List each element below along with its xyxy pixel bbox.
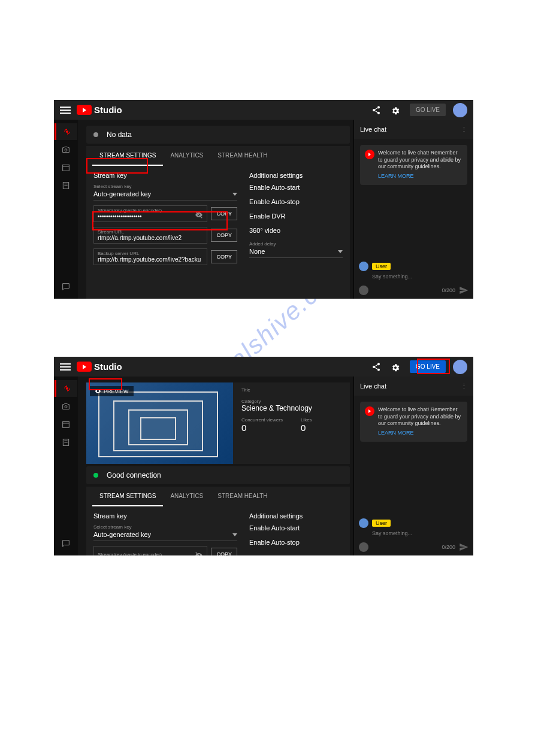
stream-key-select[interactable]: Auto-generated key (93, 531, 237, 541)
tab-stream-settings[interactable]: STREAM SETTINGS (92, 146, 163, 166)
chevron-down-icon (232, 533, 237, 536)
go-live-button[interactable]: GO LIVE (410, 360, 446, 373)
sidebar-feedback-icon[interactable] (55, 535, 77, 552)
meta-viewers-label: Concurrent viewers (241, 417, 283, 423)
copy-backup-button[interactable]: COPY (211, 250, 237, 263)
chat-footer: 0/200 (354, 540, 473, 555)
go-live-button[interactable]: GO LIVE (410, 104, 446, 116)
stream-key-select-value: Auto-generated key (93, 531, 151, 538)
sidebar-camera-icon[interactable] (55, 398, 77, 415)
sidebar-stream-icon[interactable] (55, 123, 77, 140)
chat-input[interactable]: Say something... (372, 530, 468, 536)
avatar[interactable] (453, 103, 467, 117)
chat-more-icon[interactable]: ⋮ (461, 382, 467, 390)
chat-username: User (372, 520, 391, 527)
stream-url-label: Stream URL (98, 229, 203, 235)
meta-likes-value: 0 (301, 423, 312, 433)
tabs: STREAM SETTINGS ANALYTICS STREAM HEALTH (86, 487, 350, 506)
chat-welcome: Welcome to live chat! Remember to guard … (360, 145, 467, 185)
youtube-logo[interactable] (77, 362, 92, 372)
share-icon[interactable] (371, 105, 381, 115)
stream-key-title: Stream key (93, 512, 237, 520)
avatar[interactable] (453, 360, 467, 374)
setting-360[interactable]: 360° video (249, 227, 343, 234)
sidebar-stream-icon[interactable] (55, 380, 77, 397)
tab-analytics[interactable]: ANALYTICS (163, 146, 210, 166)
svg-rect-2 (63, 165, 69, 171)
stream-key-input[interactable]: Stream key (paste in encoder) ••••••••••… (93, 205, 207, 222)
setting-autostart[interactable]: Enable Auto-start (249, 184, 343, 191)
setting-autostop[interactable]: Enable Auto-stop (249, 539, 343, 546)
copy-key-button[interactable]: COPY (211, 548, 237, 555)
gear-icon[interactable] (391, 362, 400, 372)
chat-column: Live chat ⋮ Welcome to live chat! Rememb… (353, 120, 473, 299)
status-bar: Good connection (86, 466, 350, 484)
youtube-logo[interactable] (77, 105, 92, 115)
setting-autostop[interactable]: Enable Auto-stop (249, 198, 343, 205)
stream-key-input[interactable]: Stream key (paste in encoder) (93, 546, 207, 555)
sidebar-manage-icon[interactable] (55, 177, 77, 194)
visibility-off-icon[interactable] (195, 211, 203, 219)
svg-point-1 (65, 149, 67, 151)
preview-area: PREVIEW Title Category Science & Technol… (86, 382, 350, 464)
chat-column: Live chat ⋮ Welcome to live chat! Rememb… (353, 377, 473, 555)
stream-url-input[interactable]: Stream URL rtmp://a.rtmp.youtube.com/liv… (93, 227, 207, 244)
sidebar-feedback-icon[interactable] (55, 278, 77, 295)
setting-autostart[interactable]: Enable Auto-start (249, 524, 343, 532)
chat-header: Live chat ⋮ (354, 377, 473, 396)
sidebar-calendar-icon[interactable] (55, 159, 77, 176)
chat-header: Live chat ⋮ (354, 120, 473, 139)
settings-panel: Stream key Select stream key Auto-genera… (86, 166, 350, 299)
select-stream-label: Select stream key (93, 184, 237, 189)
learn-more-link[interactable]: LEARN MORE (378, 173, 463, 180)
setting-dvr[interactable]: Enable DVR (249, 212, 343, 220)
settings-panel: Stream key Select stream key Auto-genera… (86, 506, 350, 555)
meta-category-value: Science & Technology (241, 404, 312, 412)
svg-point-4 (66, 387, 68, 390)
tab-stream-settings[interactable]: STREAM SETTINGS (92, 487, 163, 506)
menu-icon[interactable] (60, 107, 71, 114)
screenshot-2: Studio GO LIVE PREVIEW (54, 357, 473, 555)
stream-key-value: ••••••••••••••••••••• (98, 213, 203, 220)
emoji-icon[interactable] (359, 542, 368, 552)
stream-key-select[interactable]: Auto-generated key (93, 190, 237, 201)
gear-icon[interactable] (391, 105, 400, 115)
learn-more-link[interactable]: LEARN MORE (378, 430, 463, 437)
select-stream-label: Select stream key (93, 524, 237, 530)
backup-url-input[interactable]: Backup server URL rtmp://b.rtmp.youtube.… (93, 248, 207, 265)
chat-welcome: Welcome to live chat! Remember to guard … (360, 402, 467, 442)
sidebar-camera-icon[interactable] (55, 141, 77, 158)
copy-key-button[interactable]: COPY (211, 207, 237, 220)
delay-label: Added delay (249, 241, 343, 247)
tab-stream-health[interactable]: STREAM HEALTH (210, 487, 274, 506)
svg-point-0 (66, 130, 68, 133)
tab-analytics[interactable]: ANALYTICS (163, 487, 210, 506)
main-column: No data STREAM SETTINGS ANALYTICS STREAM… (78, 120, 353, 299)
menu-icon[interactable] (60, 363, 71, 371)
tab-stream-health[interactable]: STREAM HEALTH (210, 146, 274, 166)
visibility-off-icon[interactable] (195, 551, 203, 555)
send-icon[interactable] (459, 286, 468, 295)
chat-more-icon[interactable]: ⋮ (461, 126, 467, 133)
meta-title-label: Title (241, 387, 312, 393)
left-sidebar (54, 120, 78, 299)
char-count: 0/200 (442, 544, 455, 550)
send-icon[interactable] (459, 542, 468, 552)
preview-badge: PREVIEW (90, 386, 134, 396)
top-bar: Studio GO LIVE (54, 100, 473, 120)
studio-title: Studio (94, 362, 122, 372)
share-icon[interactable] (371, 362, 381, 372)
delay-select[interactable]: None (249, 248, 343, 258)
main-column: PREVIEW Title Category Science & Technol… (78, 377, 353, 555)
preview-meta: Title Category Science & Technology Conc… (239, 382, 315, 464)
top-bar: Studio GO LIVE (54, 357, 473, 377)
svg-rect-6 (63, 421, 69, 427)
sidebar-manage-icon[interactable] (55, 434, 77, 451)
chat-input[interactable]: Say something... (372, 274, 468, 280)
chat-title: Live chat (360, 126, 386, 133)
chat-welcome-text: Welcome to live chat! Remember to guard … (378, 150, 461, 169)
sidebar-calendar-icon[interactable] (55, 416, 77, 433)
emoji-icon[interactable] (359, 286, 368, 295)
screenshot-1: Studio GO LIVE No data STREAM SETTINGS A… (54, 100, 473, 299)
copy-url-button[interactable]: COPY (211, 229, 237, 242)
